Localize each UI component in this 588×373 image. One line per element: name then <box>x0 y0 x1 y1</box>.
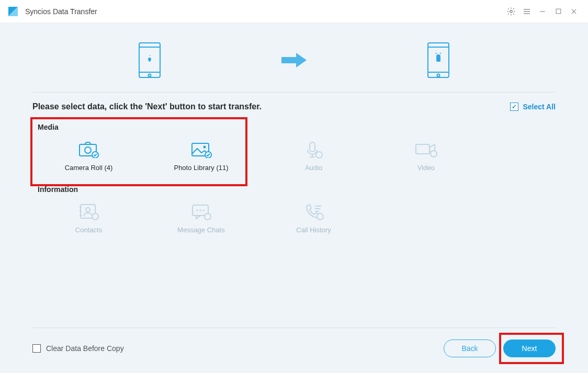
footer: Clear Data Before Copy Back Next <box>32 340 556 357</box>
source-device-icon <box>137 42 162 81</box>
svg-rect-33 <box>416 144 429 154</box>
video-label: Video <box>370 164 482 172</box>
svg-point-46 <box>202 209 204 211</box>
contacts-label: Contacts <box>32 226 145 234</box>
maximize-icon[interactable] <box>550 4 566 19</box>
item-contacts[interactable]: Contacts <box>32 199 145 237</box>
svg-point-47 <box>205 213 211 220</box>
item-audio[interactable]: Audio <box>257 137 370 175</box>
information-section-title: Information <box>38 185 556 194</box>
information-items: Contacts Message Chats <box>32 199 556 237</box>
svg-point-24 <box>85 147 91 153</box>
transfer-arrow-icon <box>281 53 307 70</box>
device-row <box>32 38 556 85</box>
footer-divider <box>32 327 556 328</box>
select-all-checkbox[interactable] <box>510 103 518 111</box>
menu-icon[interactable] <box>519 4 535 19</box>
item-video[interactable]: Video <box>370 137 482 175</box>
contacts-icon <box>32 202 145 222</box>
svg-rect-29 <box>310 142 315 152</box>
settings-icon[interactable] <box>503 4 519 19</box>
item-message-chats[interactable]: Message Chats <box>145 199 257 237</box>
photo-library-label: Photo Library (11) <box>145 164 257 172</box>
audio-icon <box>257 140 370 160</box>
select-all-label: Select All <box>523 103 556 111</box>
target-device-icon <box>426 42 451 81</box>
main-panel: Please select data, click the 'Next' but… <box>0 23 588 373</box>
item-camera-roll[interactable]: Camera Roll (4) <box>32 137 145 175</box>
instruction-row: Please select data, click the 'Next' but… <box>32 102 556 111</box>
call-history-icon <box>257 202 370 222</box>
svg-point-45 <box>199 209 201 211</box>
audio-label: Audio <box>257 164 370 172</box>
svg-point-32 <box>316 152 322 158</box>
svg-point-2 <box>510 10 513 13</box>
svg-line-21 <box>436 53 437 54</box>
svg-point-35 <box>431 151 437 157</box>
svg-point-44 <box>196 209 198 211</box>
message-chats-label: Message Chats <box>145 226 257 234</box>
clear-data-checkbox[interactable] <box>32 344 41 353</box>
titlebar: Syncios Data Transfer <box>0 0 588 23</box>
photo-icon <box>145 140 257 160</box>
svg-point-13 <box>149 74 151 77</box>
item-call-history[interactable]: Call History <box>257 199 370 237</box>
svg-point-37 <box>86 208 90 212</box>
svg-marker-14 <box>281 53 307 67</box>
svg-line-22 <box>440 53 441 54</box>
item-photo-library[interactable]: Photo Library (11) <box>145 137 257 175</box>
clear-data-label: Clear Data Before Copy <box>46 344 124 353</box>
svg-point-18 <box>437 74 440 77</box>
video-icon <box>370 140 482 160</box>
select-all-toggle[interactable]: Select All <box>510 103 556 111</box>
app-title: Syncios Data Transfer <box>25 7 97 16</box>
svg-marker-43 <box>196 216 200 219</box>
instruction-text: Please select data, click the 'Next' but… <box>32 102 262 111</box>
back-button[interactable]: Back <box>444 340 496 357</box>
svg-point-20 <box>436 54 440 59</box>
svg-rect-7 <box>556 9 561 14</box>
media-items: Camera Roll (4) Photo Library (11) <box>32 137 556 175</box>
media-section-title: Media <box>38 123 556 131</box>
camera-icon <box>32 140 145 160</box>
svg-point-51 <box>317 213 323 220</box>
app-logo-icon <box>6 5 20 18</box>
next-button[interactable]: Next <box>503 340 556 357</box>
svg-point-27 <box>203 146 206 149</box>
svg-point-41 <box>92 213 98 220</box>
message-icon <box>145 202 257 222</box>
minimize-icon[interactable] <box>535 4 550 19</box>
camera-roll-label: Camera Roll (4) <box>32 164 145 172</box>
clear-data-toggle[interactable]: Clear Data Before Copy <box>32 344 124 353</box>
close-icon[interactable] <box>566 4 582 19</box>
call-history-label: Call History <box>257 226 370 234</box>
divider <box>32 92 556 93</box>
